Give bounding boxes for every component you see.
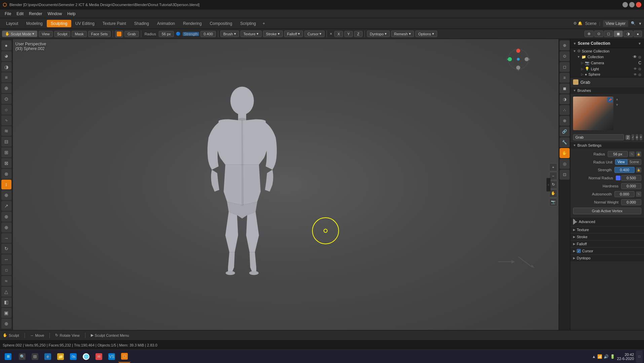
- tool-rotate[interactable]: ↻: [1, 244, 11, 254]
- taskbar-folder[interactable]: 📁: [54, 351, 67, 363]
- radius-lock-btn[interactable]: 🔒: [636, 151, 641, 157]
- brush-scroll-up[interactable]: ▲: [615, 97, 641, 102]
- falloff-dropdown[interactable]: Falloff ▾: [284, 31, 303, 37]
- tool-clay-strips[interactable]: ≡: [1, 72, 11, 82]
- menu-window[interactable]: Window: [45, 11, 65, 17]
- tool-draw-sharp[interactable]: ◕: [1, 51, 11, 61]
- minimize-button[interactable]: [622, 2, 628, 7]
- tree-camera[interactable]: ▷ 📷 Camera C: [570, 60, 644, 66]
- strength-prop-value[interactable]: 0.400: [614, 167, 635, 173]
- tray-up-arrow[interactable]: ▲: [592, 354, 596, 359]
- tool-mask[interactable]: ◧: [1, 297, 11, 307]
- strength-lock-btn[interactable]: 🔒: [636, 167, 641, 173]
- tool-smooth[interactable]: ≋: [1, 126, 11, 136]
- autosmooth-value[interactable]: 0.000: [614, 191, 635, 197]
- tab-rendering[interactable]: Rendering: [179, 20, 205, 27]
- collection-cam[interactable]: ◎: [638, 55, 641, 59]
- stroke-dropdown[interactable]: Stroke ▾: [263, 31, 283, 37]
- falloff-section[interactable]: ▶ Falloff: [570, 240, 644, 247]
- props-physics-icon[interactable]: ⊗: [560, 116, 570, 126]
- brush-settings-section-header[interactable]: ▼ Brush Settings: [570, 142, 644, 149]
- tab-animation[interactable]: Animation: [153, 20, 179, 27]
- scene-collection-filter[interactable]: ▼: [638, 42, 641, 45]
- rotate-indicator[interactable]: ↻ Rotate View: [55, 333, 79, 337]
- strength-label[interactable]: Strength: [183, 32, 199, 36]
- sculpt-menu[interactable]: Sculpt: [54, 31, 71, 37]
- sculpt-mode-indicator[interactable]: ✋ Sculpt: [3, 333, 19, 337]
- close-button[interactable]: [636, 2, 641, 7]
- tab-texture-paint[interactable]: Texture Paint: [99, 20, 130, 27]
- unit-view-btn[interactable]: View: [615, 159, 627, 165]
- cursor-section[interactable]: ▶ ✓ Cursor: [570, 247, 644, 254]
- scene-selector[interactable]: Scene: [585, 21, 597, 26]
- mask-menu[interactable]: Mask: [72, 31, 86, 37]
- viewport-shading-mat[interactable]: ◑: [623, 31, 633, 37]
- maximize-button[interactable]: [629, 2, 635, 7]
- radius-input[interactable]: 56 px: [159, 31, 174, 37]
- tool-scrape[interactable]: ⊠: [1, 158, 11, 168]
- props-mesh-icon[interactable]: ◼: [560, 83, 570, 94]
- viewport-shading-wire[interactable]: ◻: [604, 31, 613, 37]
- radius-prop-value[interactable]: 56 px: [608, 151, 628, 157]
- tool-grab[interactable]: ↕: [1, 180, 11, 190]
- show-desktop-btn[interactable]: □: [636, 351, 643, 363]
- collection-eye[interactable]: 👁: [633, 55, 637, 59]
- options-dropdown[interactable]: Options ▾: [415, 31, 437, 37]
- tool-cloth[interactable]: ≈: [1, 276, 11, 286]
- brush-icon-btn[interactable]: [115, 31, 123, 37]
- tab-shading[interactable]: Shading: [130, 20, 153, 27]
- y-axis-btn[interactable]: Y: [344, 31, 353, 37]
- search-button[interactable]: 🔍: [631, 21, 636, 26]
- taskbar-ie[interactable]: e: [42, 351, 54, 363]
- viewport-nav-camera[interactable]: 📷: [549, 198, 557, 206]
- taskbar-mail[interactable]: ✉: [93, 351, 105, 363]
- viewport-shading-render[interactable]: ●: [634, 31, 642, 37]
- props-object-icon[interactable]: ⊕: [560, 40, 570, 50]
- tool-crease[interactable]: ∿: [1, 115, 11, 125]
- strength-input[interactable]: 0.400: [200, 31, 216, 37]
- tree-sphere[interactable]: ▷ ● Sphere 👁 ◎: [570, 72, 644, 77]
- taskbar-store[interactable]: 🛍: [67, 351, 79, 363]
- hardness-value[interactable]: 0.000: [621, 183, 641, 189]
- panel-collapse[interactable]: ‹: [546, 178, 551, 191]
- viewport-nav-zoom-in[interactable]: +: [549, 163, 557, 171]
- props-particles-icon[interactable]: ∴: [560, 105, 570, 115]
- filter-button[interactable]: ▼: [638, 22, 642, 26]
- tool-flatten[interactable]: ⊟: [1, 137, 11, 147]
- sphere-cam[interactable]: ◎: [638, 73, 641, 76]
- brush-scroll-down[interactable]: ▼: [615, 102, 641, 107]
- taskbar-chrome[interactable]: 🌐: [80, 351, 92, 363]
- tray-network[interactable]: 📶: [597, 354, 602, 359]
- start-button[interactable]: ⊞: [1, 351, 15, 362]
- tool-draw[interactable]: ●: [1, 40, 11, 50]
- view-layer-selector[interactable]: View Layer: [603, 20, 628, 27]
- context-menu-indicator[interactable]: ▶ Sculpt Context Menu: [91, 333, 129, 337]
- menu-render[interactable]: Render: [26, 11, 45, 17]
- view-menu[interactable]: View: [39, 31, 53, 37]
- dyntopo-section[interactable]: ▶ Dyntopo: [570, 254, 644, 261]
- sculpt-mode-selector[interactable]: ✋ Sculpt Mode ▾: [2, 31, 37, 37]
- brush-thumbnail[interactable]: 📌: [573, 97, 613, 130]
- tree-collection[interactable]: ▼ 📁 Collection 👁 ◎: [570, 54, 644, 60]
- texture-dropdown[interactable]: Texture ▾: [240, 31, 262, 37]
- tab-uv-editing[interactable]: UV Editing: [71, 20, 99, 27]
- remesh-dropdown[interactable]: Remesh ▾: [391, 31, 414, 37]
- cursor-checkbox[interactable]: ✓: [577, 249, 581, 253]
- normal-weight-value[interactable]: 0.000: [621, 199, 641, 205]
- viewport-shading-solid[interactable]: ◼: [614, 31, 623, 37]
- props-output-icon[interactable]: ◻: [560, 62, 570, 72]
- props-extra-icon[interactable]: ◎: [560, 159, 570, 169]
- move-indicator[interactable]: ↔ Move: [30, 333, 44, 337]
- menu-file[interactable]: File: [2, 11, 14, 17]
- radius-edit-btn[interactable]: ✎: [629, 151, 635, 157]
- tree-light[interactable]: ▷ 💡 Light 👁 ◎: [570, 66, 644, 72]
- tool-lasso-mask[interactable]: ⊕: [1, 319, 11, 329]
- light-cam[interactable]: ◎: [638, 67, 641, 71]
- tool-thumb[interactable]: ⊕: [1, 212, 11, 222]
- taskbar-blender[interactable]: ⬡: [118, 351, 130, 363]
- tool-blob[interactable]: ○: [1, 105, 11, 115]
- tool-box-mask[interactable]: ▣: [1, 308, 11, 318]
- viewport-overlays-btn[interactable]: ⊙: [594, 31, 603, 37]
- tab-sculpting[interactable]: Sculpting: [47, 20, 71, 27]
- dyntopo-dropdown[interactable]: Dyntopo ▾: [367, 31, 390, 37]
